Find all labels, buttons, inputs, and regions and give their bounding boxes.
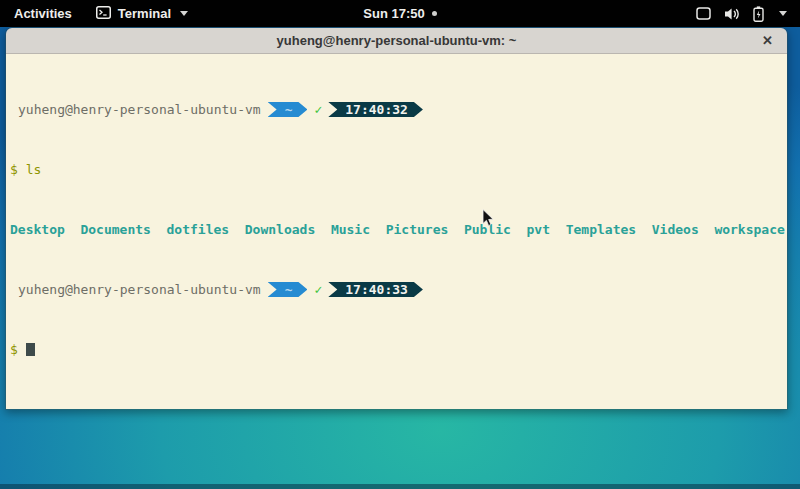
chevron-down-icon (180, 11, 188, 16)
directory-name: Templates (566, 222, 636, 237)
app-menu-terminal[interactable]: Terminal (86, 0, 198, 27)
clock-button[interactable]: Sun 17:50 (363, 6, 436, 21)
directory-name: workspace (714, 222, 784, 237)
terminal-cursor (26, 343, 35, 356)
screen-icon (696, 7, 711, 20)
prompt-line: yuheng@henry-personal-ubuntu-vm ~ ✓ 17:4… (10, 282, 787, 297)
powerline-path-segment: ~ (268, 102, 308, 117)
clock-label: Sun 17:50 (363, 6, 424, 21)
directory-name: Desktop (10, 222, 65, 237)
directory-name: Music (331, 222, 370, 237)
system-status-area[interactable] (683, 0, 800, 27)
directory-name: Documents (80, 222, 150, 237)
terminal-app-icon (96, 6, 111, 22)
activities-button[interactable]: Activities (0, 0, 86, 27)
battery-charging-icon (753, 6, 764, 22)
prompt-path: ~ (285, 102, 293, 117)
prompt-symbol: $ (10, 342, 18, 357)
prompt-time: 17:40:32 (345, 102, 408, 117)
desktop-bottom-edge (0, 484, 800, 489)
terminal-content[interactable]: yuheng@henry-personal-ubuntu-vm ~ ✓ 17:4… (6, 54, 787, 409)
directory-name: Downloads (245, 222, 315, 237)
command-line: $ ls (10, 162, 787, 177)
typed-command: ls (26, 162, 42, 177)
directory-name: dotfiles (167, 222, 230, 237)
command-line-current: $ (10, 342, 787, 357)
prompt-time: 17:40:33 (345, 282, 408, 297)
window-title: yuheng@henry-personal-ubuntu-vm: ~ (277, 33, 517, 48)
mouse-cursor-icon (482, 209, 494, 231)
app-menu-label: Terminal (118, 6, 171, 21)
ls-output-line: Desktop Documents dotfiles Downloads Mus… (10, 222, 787, 237)
directory-name: pvt (527, 222, 550, 237)
powerline-time-segment: 17:40:32 (328, 102, 423, 117)
volume-icon (724, 7, 740, 21)
directory-name: Videos (652, 222, 699, 237)
directory-name: Pictures (386, 222, 449, 237)
status-check-icon: ✓ (314, 282, 322, 297)
activities-label: Activities (14, 6, 72, 21)
top-bar: Activities Terminal Sun 17:50 (0, 0, 800, 27)
prompt-line: yuheng@henry-personal-ubuntu-vm ~ ✓ 17:4… (10, 102, 787, 117)
terminal-window: yuheng@henry-personal-ubuntu-vm: ~ ✕ yuh… (5, 27, 788, 410)
notification-dot-icon (432, 11, 437, 16)
prompt-symbol: $ (10, 162, 18, 177)
prompt-user: yuheng@henry-personal-ubuntu-vm (18, 102, 261, 117)
window-titlebar[interactable]: yuheng@henry-personal-ubuntu-vm: ~ ✕ (6, 28, 787, 54)
status-check-icon: ✓ (314, 102, 322, 117)
prompt-user: yuheng@henry-personal-ubuntu-vm (18, 282, 261, 297)
prompt-path: ~ (285, 282, 293, 297)
powerline-time-segment: 17:40:33 (328, 282, 423, 297)
close-button[interactable]: ✕ (762, 28, 773, 53)
powerline-path-segment: ~ (268, 282, 308, 297)
chevron-down-icon (779, 11, 787, 16)
